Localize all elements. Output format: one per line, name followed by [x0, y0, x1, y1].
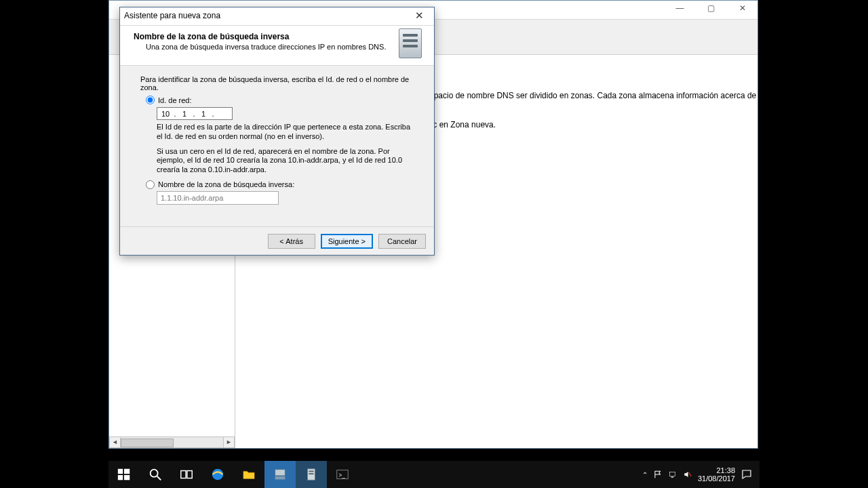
svg-rect-12 [309, 471, 313, 472]
scroll-left-button[interactable]: ◄ [109, 436, 121, 448]
taskbar-app-explorer[interactable] [233, 461, 264, 488]
task-view-icon [179, 467, 194, 482]
bg-help-line1: espacio de nombre DNS ser dividido en zo… [425, 90, 756, 101]
taskbar-app-cmd[interactable]: >_ [327, 461, 358, 488]
radio-zone-name-input[interactable] [146, 180, 155, 189]
svg-text:>_: >_ [339, 472, 346, 479]
svg-rect-7 [187, 471, 192, 479]
ip-octet-2[interactable] [176, 108, 193, 119]
maximize-button[interactable]: ▢ [696, 1, 726, 16]
svg-rect-17 [671, 477, 674, 478]
tray-volume-icon[interactable] [683, 470, 692, 479]
svg-rect-3 [124, 475, 130, 480]
close-icon: ✕ [415, 9, 424, 21]
minimize-button[interactable]: — [665, 1, 695, 16]
server-manager-icon [273, 467, 288, 482]
tray-network-icon[interactable] [668, 470, 677, 479]
radio-zone-name[interactable]: Nombre de la zona de búsqueda inversa: [146, 180, 419, 189]
clock-time: 21:38 [698, 466, 735, 474]
wizard-titlebar[interactable]: Asistente para nueva zona ✕ [120, 7, 434, 25]
wizard-header-title: Nombre de la zona de búsqueda inversa [134, 32, 425, 41]
back-button[interactable]: < Atrás [268, 234, 315, 249]
folder-icon [241, 467, 256, 482]
svg-rect-9 [275, 470, 285, 476]
ip-octet-1[interactable] [157, 108, 174, 119]
ie-icon [210, 467, 225, 482]
taskbar-app-dns[interactable] [296, 461, 327, 488]
svg-line-18 [689, 472, 692, 476]
svg-rect-2 [118, 475, 123, 480]
close-button[interactable]: ✕ [406, 9, 433, 24]
action-center-icon[interactable] [741, 468, 753, 481]
tray-flag-icon[interactable] [653, 470, 663, 479]
svg-rect-0 [118, 469, 123, 474]
svg-rect-10 [275, 476, 285, 480]
server-icon [399, 28, 427, 62]
tray-chevron-icon[interactable]: ⌃ [642, 471, 648, 479]
start-button[interactable] [108, 461, 140, 488]
svg-rect-6 [181, 471, 186, 479]
svg-line-5 [157, 476, 161, 481]
taskbar[interactable]: >_ ⌃ 21:38 31/08/2017 [108, 461, 760, 488]
wizard-title: Asistente para nueva zona [124, 11, 220, 20]
zone-name-field [157, 191, 279, 205]
next-button[interactable]: Siguiente > [321, 234, 373, 249]
radio-network-id[interactable]: Id. de red: [146, 96, 419, 104]
clock-date: 31/08/2017 [698, 474, 735, 483]
wizard-header: Nombre de la zona de búsqueda inversa Un… [120, 25, 434, 66]
intro-text: Para identificar la zona de búsqueda inv… [140, 75, 419, 92]
svg-rect-13 [309, 473, 313, 474]
radio-zone-name-label: Nombre de la zona de búsqueda inversa: [158, 180, 294, 188]
wizard-body: Para identificar la zona de búsqueda inv… [120, 66, 434, 226]
wizard-footer: < Atrás Siguiente > Cancelar [120, 226, 434, 255]
hint-netid-order: El Id de red es la parte de la dirección… [157, 123, 415, 142]
scroll-right-button[interactable]: ► [223, 436, 235, 448]
wizard-header-subtitle: Una zona de búsqueda inversa traduce dir… [146, 43, 425, 51]
taskbar-app-server-manager[interactable] [264, 461, 296, 488]
windows-icon [117, 467, 132, 482]
ip-octet-3[interactable] [195, 108, 212, 119]
bg-close-button[interactable]: ✕ [727, 1, 757, 16]
pane-divider[interactable] [235, 255, 235, 447]
svg-point-8 [212, 469, 224, 481]
radio-network-id-input[interactable] [146, 96, 155, 104]
hint-zero-example: Si usa un cero en el Id de red, aparecer… [157, 147, 415, 175]
clock[interactable]: 21:38 31/08/2017 [698, 466, 735, 483]
bg-help-line2: clic en Zona nueva. [425, 119, 496, 130]
scroll-track[interactable] [121, 436, 223, 448]
search-icon [148, 467, 163, 482]
taskbar-app-ie[interactable] [202, 461, 233, 488]
svg-rect-16 [669, 472, 675, 476]
ip-octet-4[interactable] [214, 108, 231, 119]
svg-point-4 [151, 470, 158, 477]
radio-network-id-label: Id. de red: [158, 96, 192, 104]
new-zone-wizard: Asistente para nueva zona ✕ Nombre de la… [119, 7, 435, 256]
system-tray[interactable]: ⌃ 21:38 31/08/2017 [635, 461, 760, 488]
svg-rect-1 [124, 469, 130, 474]
cmd-icon: >_ [335, 467, 350, 482]
network-id-field[interactable]: . . . [157, 107, 233, 120]
search-button[interactable] [140, 461, 171, 488]
scroll-thumb[interactable] [121, 439, 174, 447]
dns-icon [304, 467, 319, 482]
cancel-button[interactable]: Cancelar [378, 234, 426, 249]
task-view-button[interactable] [171, 461, 202, 488]
